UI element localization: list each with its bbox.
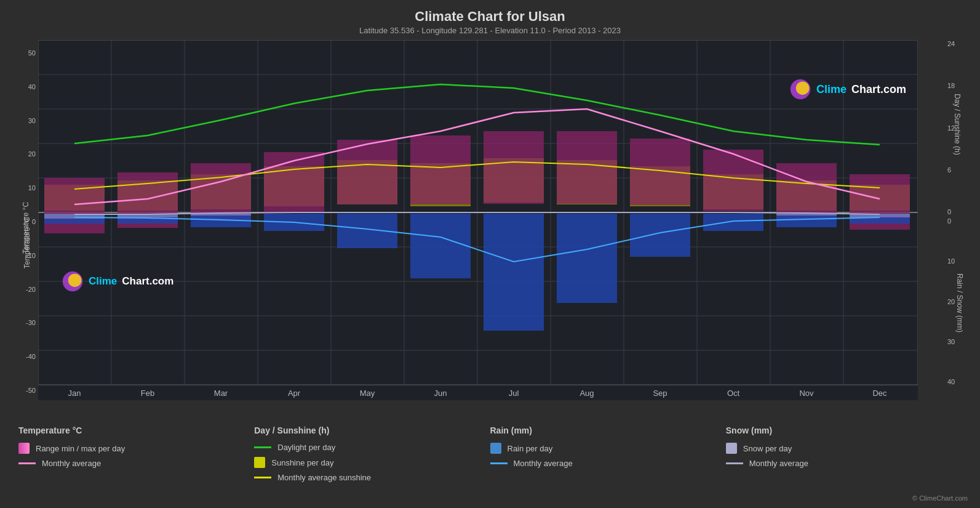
logo-watermark-top: ClimeChart.com bbox=[789, 78, 906, 100]
svg-text:Jun: Jun bbox=[434, 389, 447, 398]
daylight-swatch bbox=[254, 446, 271, 448]
title-area: Climate Chart for Ulsan Latitude 35.536 … bbox=[0, 0, 980, 35]
legend-heading-temperature: Temperature °C bbox=[18, 425, 254, 435]
copyright: © ClimeChart.com bbox=[912, 494, 968, 502]
legend-area: Temperature °C Range min / max per day M… bbox=[0, 418, 980, 482]
svg-text:Sep: Sep bbox=[653, 389, 667, 398]
svg-text:Jan: Jan bbox=[68, 389, 81, 398]
svg-text:Oct: Oct bbox=[727, 389, 740, 398]
temp-range-swatch bbox=[18, 443, 30, 454]
legend-item-rain-avg: Monthly average bbox=[490, 459, 726, 468]
svg-rect-56 bbox=[703, 214, 763, 231]
svg-text:Nov: Nov bbox=[799, 389, 814, 398]
svg-rect-55 bbox=[630, 214, 690, 257]
legend-item-snow-bar: Snow per day bbox=[726, 443, 962, 454]
legend-item-rain-bar: Rain per day bbox=[490, 443, 726, 454]
rain-bar-swatch bbox=[490, 443, 501, 454]
svg-text:Jul: Jul bbox=[509, 389, 519, 398]
svg-rect-45 bbox=[776, 163, 837, 220]
subtitle: Latitude 35.536 - Longitude 129.281 - El… bbox=[0, 26, 980, 35]
legend-col-sunshine: Day / Sunshine (h) Daylight per day Suns… bbox=[254, 425, 490, 482]
page-wrapper: Climate Chart for Ulsan Latitude 35.536 … bbox=[0, 0, 980, 508]
svg-text:Feb: Feb bbox=[141, 389, 154, 398]
legend-item-sunshine-avg: Monthly average sunshine bbox=[254, 473, 490, 482]
svg-rect-43 bbox=[630, 139, 690, 205]
logo-watermark-bottom: ClimeChart.com bbox=[62, 270, 173, 292]
svg-rect-54 bbox=[557, 214, 617, 303]
svg-text:Apr: Apr bbox=[288, 389, 301, 398]
rain-avg-swatch bbox=[490, 462, 508, 464]
svg-text:Mar: Mar bbox=[214, 389, 228, 398]
main-chart-svg: Jan Feb Mar Apr May Jun Jul Aug Sep Oct … bbox=[38, 40, 918, 400]
svg-text:May: May bbox=[360, 389, 375, 398]
legend-item-daylight: Daylight per day bbox=[254, 443, 490, 452]
snow-bar-swatch bbox=[726, 443, 737, 454]
svg-text:Aug: Aug bbox=[580, 389, 594, 398]
svg-rect-37 bbox=[191, 163, 251, 220]
svg-rect-42 bbox=[557, 131, 617, 204]
svg-rect-35 bbox=[44, 178, 105, 233]
legend-heading-sunshine: Day / Sunshine (h) bbox=[254, 425, 490, 435]
legend-col-temperature: Temperature °C Range min / max per day M… bbox=[18, 425, 254, 482]
svg-rect-53 bbox=[484, 214, 544, 331]
snow-avg-swatch bbox=[726, 462, 743, 464]
svg-rect-57 bbox=[776, 214, 837, 227]
svg-text:Dec: Dec bbox=[872, 389, 887, 398]
sunshine-bar-swatch bbox=[254, 457, 265, 468]
legend-col-rain: Rain (mm) Rain per day Monthly average bbox=[490, 425, 726, 482]
y-axis-right-bottom-label: Rain / Snow (mm) bbox=[955, 273, 964, 333]
legend-item-temp-avg: Monthly average bbox=[18, 459, 254, 468]
main-title: Climate Chart for Ulsan bbox=[0, 9, 980, 25]
y-axis-right-top-label: Day / Sunshine (h) bbox=[952, 94, 961, 155]
svg-point-78 bbox=[68, 273, 82, 287]
svg-rect-44 bbox=[703, 150, 763, 211]
temp-avg-swatch bbox=[18, 462, 36, 464]
svg-rect-52 bbox=[410, 214, 471, 278]
svg-rect-41 bbox=[484, 131, 544, 204]
sunshine-avg-swatch bbox=[254, 477, 271, 478]
svg-point-80 bbox=[796, 81, 810, 95]
legend-item-temp-range: Range min / max per day bbox=[18, 443, 254, 454]
legend-heading-rain: Rain (mm) bbox=[490, 425, 726, 435]
legend-heading-snow: Snow (mm) bbox=[726, 425, 962, 435]
svg-rect-40 bbox=[410, 135, 471, 204]
legend-item-snow-avg: Monthly average bbox=[726, 459, 962, 468]
y-axis-left-label: Temperature °C bbox=[23, 217, 31, 268]
legend-item-sunshine-bar: Sunshine per day bbox=[254, 457, 490, 468]
legend-col-snow: Snow (mm) Snow per day Monthly average bbox=[726, 425, 962, 482]
